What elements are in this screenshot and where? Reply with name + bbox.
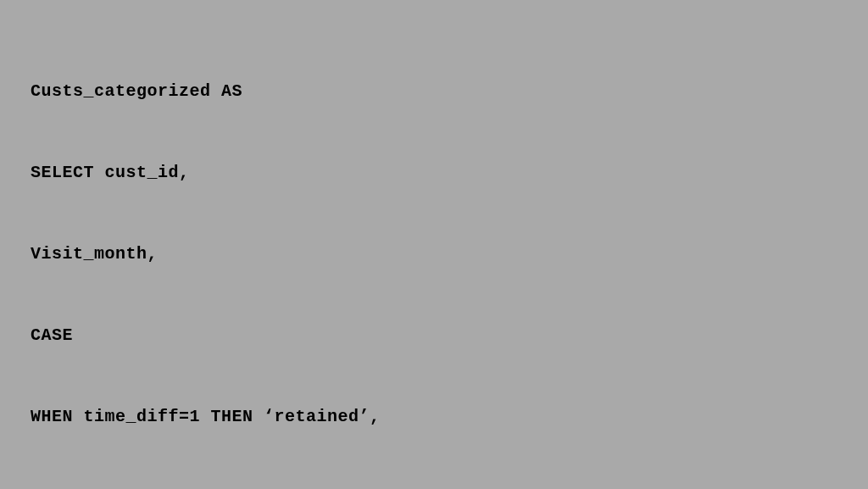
code-line: Custs_categorized AS <box>31 78 837 105</box>
code-line: WHEN time_diff>1 THEN ‘lagger’, <box>31 485 837 489</box>
code-line: CASE <box>31 322 837 349</box>
code-line: SELECT cust_id, <box>31 159 837 186</box>
code-line: WHEN time_diff=1 THEN ‘retained’, <box>31 403 837 431</box>
sql-code-block: Custs_categorized AS SELECT cust_id, Vis… <box>31 24 837 489</box>
code-line: Visit_month, <box>31 241 837 268</box>
